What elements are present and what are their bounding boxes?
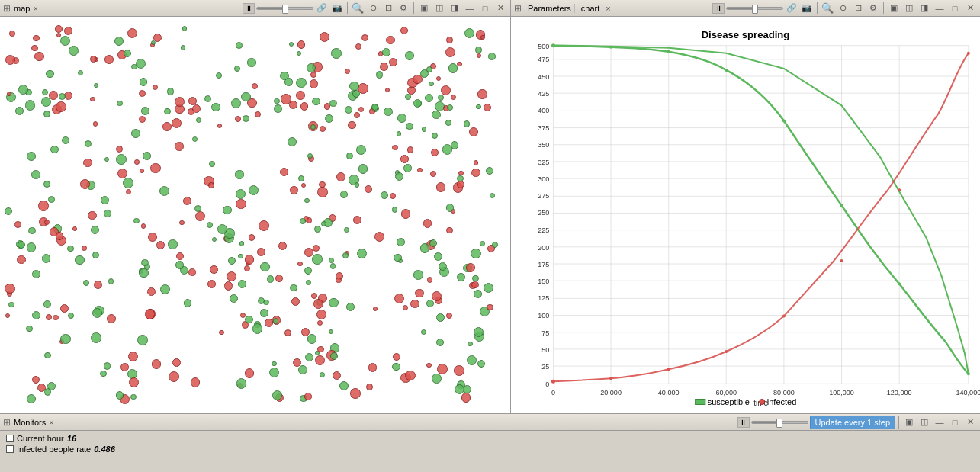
- monitors-minimize-btn[interactable]: —: [933, 416, 946, 429]
- chart-slider[interactable]: [726, 7, 783, 10]
- chart-layout2-btn[interactable]: ◫: [902, 2, 916, 15]
- map-pause-btn[interactable]: ⏸: [243, 3, 255, 14]
- chart-layout3-btn[interactable]: ◨: [917, 2, 931, 15]
- svg-point-73: [967, 52, 970, 55]
- svg-point-67: [609, 377, 612, 380]
- chart-tab[interactable]: chart: [578, 4, 602, 13]
- map-dot: [421, 329, 426, 335]
- monitor-row-1: Current hour 16: [6, 434, 974, 443]
- monitors-slider[interactable]: [751, 421, 808, 424]
- monitors-tab-label[interactable]: Monitors: [14, 418, 46, 427]
- map-dot: [94, 83, 98, 88]
- susceptible-label: susceptible: [708, 397, 750, 406]
- map-dot: [413, 270, 423, 280]
- map-dot: [457, 62, 462, 67]
- monitor-value-2: 0.486: [94, 445, 115, 454]
- map-dot: [446, 204, 454, 211]
- map-camera-btn[interactable]: 📷: [330, 2, 344, 15]
- monitors-titlebar: ⊞ Monitors × ⏸ Update every 1 step ▣ ◫ —…: [0, 414, 980, 431]
- svg-text:120,000: 120,000: [887, 389, 912, 397]
- chart-close-btn[interactable]: ×: [606, 4, 610, 13]
- map-dot: [432, 374, 442, 384]
- map-dot: [56, 101, 66, 112]
- chart-zoom-out-btn[interactable]: ⊖: [836, 2, 850, 15]
- map-dot: [43, 111, 50, 117]
- map-dot: [184, 299, 191, 307]
- map-dot: [176, 252, 184, 260]
- chart-pause-btn[interactable]: ⏸: [712, 3, 725, 14]
- update-every-step-btn[interactable]: Update every 1 step: [810, 416, 895, 429]
- map-dot: [474, 290, 482, 298]
- chart-camera-btn[interactable]: 📷: [800, 2, 814, 15]
- map-dot: [340, 191, 348, 198]
- map-zoom-out-btn[interactable]: ⊖: [366, 2, 380, 15]
- map-zoom-in-btn[interactable]: 🔍: [351, 2, 365, 15]
- map-dot: [69, 46, 79, 56]
- map-dot: [448, 63, 458, 73]
- svg-text:375: 375: [538, 124, 549, 132]
- map-dot: [410, 300, 419, 309]
- monitors-layout2-btn[interactable]: ◫: [917, 416, 931, 429]
- svg-point-65: [967, 372, 970, 375]
- monitor-check-1[interactable]: [6, 435, 14, 442]
- map-dot: [42, 254, 51, 263]
- map-dot: [260, 309, 268, 317]
- map-dot: [179, 220, 185, 226]
- monitor-check-2[interactable]: [6, 445, 14, 453]
- map-layout3-btn[interactable]: ◨: [448, 2, 461, 15]
- map-slider[interactable]: [256, 7, 313, 10]
- infected-color-dot: [759, 399, 765, 405]
- chart-fit-btn[interactable]: ⊡: [851, 2, 865, 15]
- map-dot: [114, 37, 124, 47]
- map-close-btn[interactable]: ×: [33, 4, 37, 13]
- chart-maximize-btn[interactable]: □: [948, 2, 962, 15]
- map-tab-label[interactable]: map: [14, 4, 30, 13]
- chart-minimize-btn[interactable]: —: [933, 2, 946, 15]
- map-dot: [382, 48, 390, 56]
- chart-zoom-in-btn[interactable]: 🔍: [821, 2, 834, 15]
- map-dot: [108, 278, 114, 284]
- svg-text:450: 450: [538, 73, 549, 81]
- chart-restore-btn[interactable]: ✕: [963, 2, 977, 15]
- svg-point-69: [725, 350, 728, 353]
- map-dot: [116, 154, 127, 165]
- map-dot: [441, 85, 451, 95]
- chart-link-btn[interactable]: 🔗: [785, 2, 798, 15]
- map-dot: [85, 140, 92, 147]
- map-dot: [464, 28, 474, 38]
- monitors-maximize-btn[interactable]: □: [948, 416, 962, 429]
- map-dot: [405, 51, 414, 60]
- map-dot: [46, 314, 52, 320]
- map-link-btn[interactable]: 🔗: [315, 2, 329, 15]
- map-dot: [373, 307, 378, 311]
- chart-layout1-btn[interactable]: ▣: [887, 2, 901, 15]
- map-layout1-btn[interactable]: ▣: [417, 2, 431, 15]
- map-dot: [477, 53, 482, 59]
- map-dot: [339, 381, 349, 390]
- monitors-restore-btn[interactable]: ✕: [963, 416, 977, 429]
- map-dot: [32, 270, 40, 278]
- map-dot: [116, 391, 124, 400]
- monitors-layout1-btn[interactable]: ▣: [902, 416, 916, 429]
- map-dot: [397, 131, 402, 136]
- parameters-tab[interactable]: Parameters: [525, 4, 575, 13]
- monitors-pause-btn[interactable]: ⏸: [737, 417, 750, 428]
- map-dot: [431, 149, 439, 156]
- map-dot: [432, 133, 438, 139]
- map-fit-btn[interactable]: ⊡: [381, 2, 395, 15]
- map-maximize-btn[interactable]: □: [478, 2, 492, 15]
- map-layout2-btn[interactable]: ◫: [432, 2, 446, 15]
- map-dot: [420, 243, 429, 252]
- map-restore-btn[interactable]: ✕: [493, 2, 507, 15]
- map-dot: [107, 314, 116, 323]
- map-dot: [430, 171, 436, 177]
- chart-settings-btn[interactable]: ⚙: [866, 2, 880, 15]
- map-dot: [130, 394, 136, 400]
- map-dot: [153, 34, 162, 42]
- monitors-close-btn[interactable]: ×: [49, 418, 53, 427]
- map-minimize-btn[interactable]: —: [463, 2, 477, 15]
- map-dot: [304, 198, 310, 204]
- map-settings-btn[interactable]: ⚙: [397, 2, 410, 15]
- svg-text:225: 225: [538, 226, 549, 234]
- map-dot: [244, 265, 250, 271]
